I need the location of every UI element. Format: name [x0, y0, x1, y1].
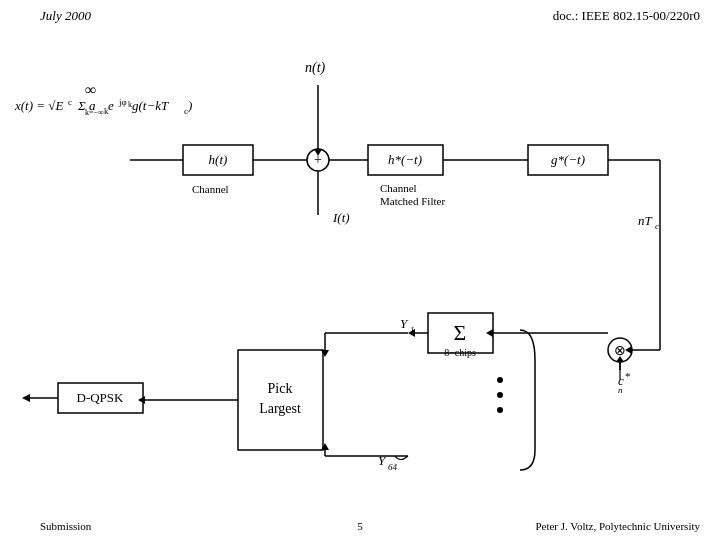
nt-label: n(t) — [305, 60, 326, 76]
svg-text:h*(−t): h*(−t) — [388, 152, 422, 167]
svg-text:k=−∞: k=−∞ — [85, 108, 104, 117]
svg-text:Channel: Channel — [380, 182, 417, 194]
svg-text:D-QPSK: D-QPSK — [77, 390, 125, 405]
svg-text:c: c — [655, 221, 659, 231]
svg-text:8−chips: 8−chips — [444, 347, 476, 358]
svg-text:g*(−t): g*(−t) — [551, 152, 585, 167]
svg-text:64: 64 — [388, 462, 398, 472]
svg-text:Largest: Largest — [259, 401, 301, 416]
svg-rect-61 — [238, 350, 323, 450]
svg-text:n: n — [618, 385, 623, 395]
svg-text:nT: nT — [638, 213, 653, 228]
svg-text:c: c — [68, 97, 72, 107]
svg-marker-75 — [22, 394, 30, 402]
svg-text:I(t): I(t) — [332, 210, 350, 225]
svg-point-58 — [497, 407, 503, 413]
signal-flow-diagram: x(t) = √E c Σ a k e jφ k g(t−kT c ) ∞ k=… — [0, 0, 700, 480]
svg-text:e: e — [108, 98, 114, 113]
svg-point-56 — [497, 377, 503, 383]
svg-text:∞: ∞ — [85, 81, 96, 98]
svg-text:jφ: jφ — [118, 97, 127, 107]
svg-text:Pick: Pick — [268, 381, 293, 396]
svg-text:h(t): h(t) — [209, 152, 228, 167]
svg-text:x(t) = √E: x(t) = √E — [14, 98, 63, 113]
svg-text:⊗: ⊗ — [614, 343, 626, 358]
svg-text:*: * — [625, 370, 631, 382]
svg-text:Matched Filter: Matched Filter — [380, 195, 445, 207]
svg-text:g(t−kT: g(t−kT — [132, 98, 169, 113]
footer-center: 5 — [357, 520, 363, 532]
svg-text:Channel: Channel — [192, 183, 229, 195]
footer-left: Submission — [40, 520, 91, 532]
footer-right: Peter J. Voltz, Polytechnic University — [535, 520, 700, 532]
svg-point-57 — [497, 392, 503, 398]
svg-text:): ) — [187, 98, 192, 113]
svg-text:Σ: Σ — [454, 320, 467, 345]
svg-text:Y: Y — [400, 316, 409, 331]
